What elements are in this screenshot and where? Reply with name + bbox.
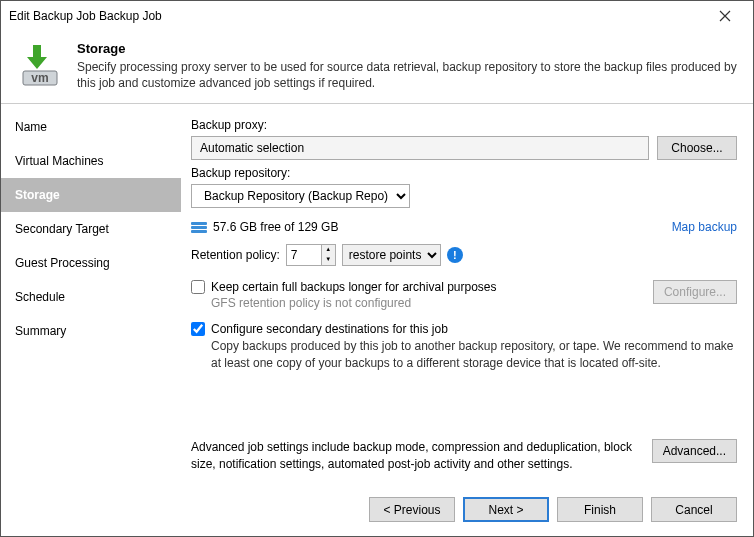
repo-label: Backup repository: [191,166,737,180]
sidebar-item-name[interactable]: Name [1,110,181,144]
sidebar-item-schedule[interactable]: Schedule [1,280,181,314]
map-backup-link[interactable]: Map backup [672,220,737,234]
secondary-desc: Copy backups produced by this job to ano… [211,338,737,372]
previous-button[interactable]: < Previous [369,497,455,522]
sidebar-item-storage[interactable]: Storage [1,178,181,212]
wizard-sidebar: Name Virtual Machines Storage Secondary … [1,104,181,487]
close-icon[interactable] [705,2,745,30]
content-panel: Backup proxy: Choose... Backup repositor… [181,104,753,487]
proxy-label: Backup proxy: [191,118,737,132]
sidebar-item-summary[interactable]: Summary [1,314,181,348]
sidebar-item-guest-processing[interactable]: Guest Processing [1,246,181,280]
repo-select[interactable]: Backup Repository (Backup Repo) [191,184,410,208]
page-title: Storage [77,41,739,56]
choose-button[interactable]: Choose... [657,136,737,160]
gfs-label: Keep certain full backups longer for arc… [211,280,497,294]
sidebar-item-secondary-target[interactable]: Secondary Target [1,212,181,246]
retention-spinner[interactable]: ▲ ▼ [286,244,336,266]
retention-unit-select[interactable]: restore points [342,244,441,266]
sidebar-item-virtual-machines[interactable]: Virtual Machines [1,144,181,178]
proxy-input[interactable] [191,136,649,160]
advanced-button[interactable]: Advanced... [652,439,737,463]
disk-stack-icon [191,222,207,233]
configure-gfs-button: Configure... [653,280,737,304]
secondary-checkbox[interactable] [191,322,205,336]
titlebar: Edit Backup Job Backup Job [1,1,753,31]
wizard-footer: < Previous Next > Finish Cancel [1,487,753,536]
gfs-subtext: GFS retention policy is not configured [211,296,653,310]
spinner-up-icon[interactable]: ▲ [322,245,335,255]
page-header: vm Storage Specify processing proxy serv… [1,31,753,104]
finish-button[interactable]: Finish [557,497,643,522]
window-title: Edit Backup Job Backup Job [9,9,162,23]
info-icon[interactable]: ! [447,247,463,263]
page-description: Specify processing proxy server to be us… [77,59,739,91]
spinner-down-icon[interactable]: ▼ [322,255,335,265]
storage-free-text: 57.6 GB free of 129 GB [213,220,338,234]
next-button[interactable]: Next > [463,497,549,522]
retention-value-input[interactable] [287,245,321,265]
retention-label: Retention policy: [191,248,280,262]
storage-icon: vm [15,41,63,89]
svg-text:vm: vm [31,71,48,85]
cancel-button[interactable]: Cancel [651,497,737,522]
gfs-checkbox[interactable] [191,280,205,294]
advanced-desc: Advanced job settings include backup mod… [191,439,640,473]
secondary-label: Configure secondary destinations for thi… [211,322,448,336]
